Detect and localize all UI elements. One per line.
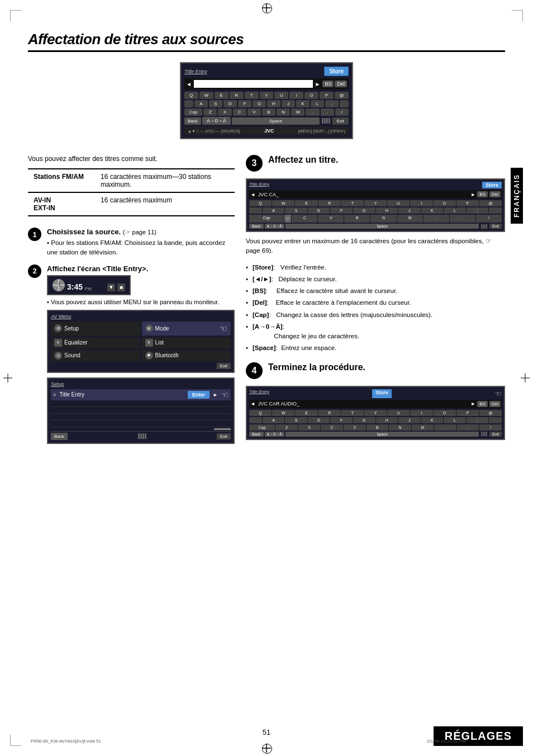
te-sm-left-arrow[interactable]: ◄ [250,192,255,197]
te-sm-store-btn[interactable]: Store [482,182,502,188]
te-key-dot1[interactable]: . [306,108,319,116]
te-sm4-cap[interactable]: Cap [249,424,275,431]
te-key-n[interactable]: N [277,108,290,116]
te-key-r[interactable]: R [230,92,244,99]
te-sm4-k[interactable]: K [421,417,444,423]
te-key-u[interactable]: U [274,92,288,99]
te-sm-j[interactable]: J [398,207,421,214]
te-key-o[interactable]: O [304,92,318,99]
te-charset-key[interactable]: A→0→Ä [202,117,231,125]
te-sm4-back-btn[interactable]: Back [249,432,264,437]
te-sm4-at[interactable]: @ [479,410,502,416]
te-key-v[interactable]: V [248,108,261,116]
te-sm4-c[interactable]: C [321,424,343,431]
te-key-z[interactable]: Z [203,108,217,116]
te-key-e[interactable]: E [215,92,229,99]
te-sm-g[interactable]: G [353,207,375,214]
te-sm-semi[interactable]: ; [467,207,489,214]
te-sm-k[interactable]: K [421,207,444,214]
te-sm4-w[interactable]: W [272,410,294,416]
te-sm4-a[interactable]: A [263,417,285,423]
te-store-button[interactable]: Store [324,67,349,76]
te-sm4-semi[interactable]: ; [467,417,489,423]
te-key-m[interactable]: M [291,108,304,116]
te-key-g[interactable]: G [253,100,266,107]
te-sm4-n[interactable]: N [389,424,411,431]
te-key-b[interactable]: B [262,108,275,116]
te-input-field[interactable] [194,80,313,88]
te-key-dot2[interactable]: . [321,108,334,116]
te-sm4-u[interactable]: U [387,410,410,416]
te-key-at[interactable]: @ [335,92,349,99]
te-key-y[interactable]: Y [260,92,274,99]
te-sm-right-arrow[interactable]: ► [470,192,475,197]
te-sm4-right-arrow[interactable]: ► [470,401,475,407]
te-sm4-exit-btn[interactable]: Exit [489,432,502,437]
te-sm4-d[interactable]: D [308,417,330,423]
te-key-q[interactable]: Q [184,92,198,99]
te-sm-r[interactable]: R [318,200,341,206]
te-sm-cap[interactable]: Cap [249,215,284,223]
te-key-k[interactable]: K [296,100,310,107]
te-sm-s[interactable]: S [285,207,307,214]
te-sm-m[interactable]: M [397,215,423,223]
av-menu-list[interactable]: ≡ List [142,337,231,348]
te-sm4-bs[interactable]: BS [477,401,488,407]
te-exit-button[interactable]: Exit [332,117,349,125]
av-menu-bluetooth[interactable]: ✱ Bluetooth [142,350,231,361]
te-sm4-space-btn[interactable]: Space [285,432,479,437]
te-sm4-p[interactable]: P [456,410,479,416]
te-sm4-s[interactable]: S [285,417,307,423]
te-sm-c2[interactable]: C [292,215,317,223]
setup-enter-button[interactable]: Enter [188,391,210,399]
te-sm-v[interactable]: V [318,215,344,223]
te-sm-u[interactable]: U [387,200,410,206]
te-sm4-m[interactable]: M [412,424,434,431]
te-key-j[interactable]: J [282,100,295,107]
te-key-c[interactable]: C [233,108,246,116]
te-sm4-z[interactable]: Z [275,424,298,431]
te-sm-del[interactable]: Del [489,191,501,197]
av-menu-exit-button[interactable]: Exit [217,363,231,369]
te-key-w[interactable]: W [199,92,213,99]
te-sm-y[interactable]: Y [364,200,387,206]
te-sm4-b[interactable]: B [367,424,389,431]
te-sm-bs[interactable]: BS [477,191,488,197]
te-key-a[interactable]: A [194,100,208,107]
te-back-button[interactable]: Back [184,117,201,125]
te-sm-slash[interactable]: / [476,215,502,223]
te-sm4-q[interactable]: Q [249,410,272,416]
te-sm-d[interactable]: D [308,207,330,214]
te-sm4-l[interactable]: L [444,417,466,423]
te-sm4-r[interactable]: R [318,410,341,416]
te-sm4-y[interactable]: Y [364,410,387,416]
te-sm4-j[interactable]: J [398,417,421,423]
te-sm-n[interactable]: N [370,215,396,223]
te-key-cap[interactable]: Cap [184,108,202,116]
te-sm-p[interactable]: P [456,200,479,206]
clock-btn-down[interactable]: ▼ [107,284,115,291]
te-key-p[interactable]: P [320,92,334,99]
te-key-d[interactable]: D [223,100,237,107]
te-key-h[interactable]: H [267,100,280,107]
te-sm4-f[interactable]: F [330,417,353,423]
te-key-l[interactable]: L [311,100,324,107]
te-sm-h[interactable]: H [376,207,398,214]
te-sm4-charset[interactable]: A→0→Ä [265,432,284,437]
av-menu-sound[interactable]: ◎ Sound [51,350,140,361]
te-sm-i[interactable]: I [410,200,432,206]
clock-btn-square[interactable]: ■ [117,284,125,291]
av-menu-equalizer[interactable]: ≡ Equalizer [51,337,140,348]
te-sm-back-btn[interactable]: Back [249,224,264,229]
te-sm-dot1[interactable]: . [423,215,449,223]
te-sm-b[interactable]: B [344,215,370,223]
te-sm4-x[interactable]: X [298,424,321,431]
te-key-t[interactable]: T [245,92,259,99]
te-sm-o[interactable]: O [434,200,456,206]
te-sm4-slash[interactable]: / [479,424,502,431]
te-sm-at[interactable]: @ [479,200,502,206]
te-sm4-t[interactable]: T [341,410,364,416]
te-sm4-del[interactable]: Del [489,401,501,407]
te-sm-t[interactable]: T [341,200,364,206]
te-key-s[interactable]: S [209,100,222,107]
